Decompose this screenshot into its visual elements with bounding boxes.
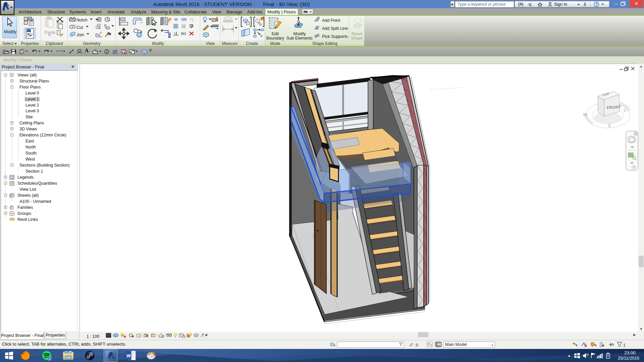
svg-text:X: X [583, 2, 587, 7]
svg-text:W: W [583, 112, 588, 117]
svg-text:S: S [608, 123, 611, 128]
svg-text:W: W [126, 353, 131, 358]
svg-text:1: 1 [49, 357, 50, 360]
svg-text:E: E [624, 108, 627, 113]
svg-text:?: ? [595, 2, 598, 6]
svg-text:Sign In: Sign In [554, 2, 567, 7]
svg-text:1: 1 [79, 50, 80, 53]
